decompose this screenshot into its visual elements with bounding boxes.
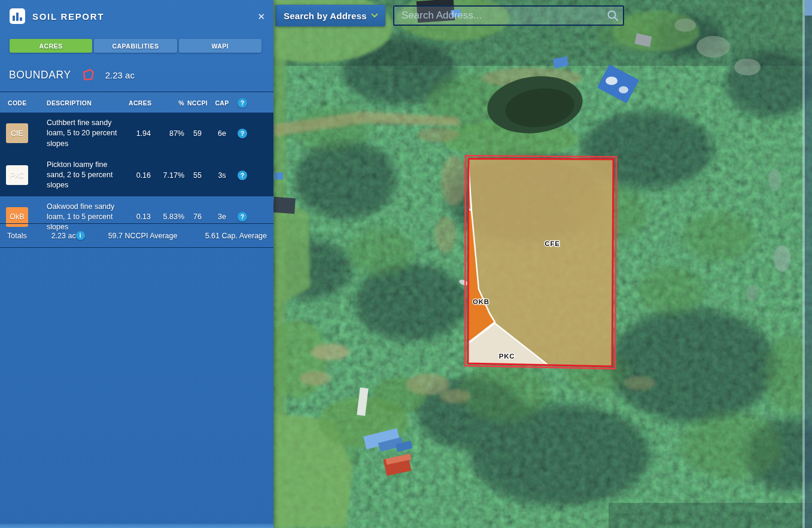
soil-report-panel: SOIL REPORT ✕ ACRES CAPABILITIES WAPI BO… — [0, 0, 273, 528]
soil-nccpi: 55 — [184, 171, 211, 180]
map-label-okb: OKB — [473, 298, 489, 305]
soil-description: Pickton loamy fine sand, 2 to 5 percent … — [42, 154, 129, 196]
boundary-area: 2.23 ac — [105, 70, 135, 80]
table-row: PkC Pickton loamy fine sand, 2 to 5 perc… — [0, 154, 273, 196]
totals-label: Totals — [7, 232, 27, 240]
soil-code-badge: PkC — [6, 165, 28, 185]
soil-description: Cuthbert fine sandy loam, 5 to 20 percen… — [42, 113, 129, 154]
soil-acres: 0.16 — [129, 171, 151, 180]
boundary-label: BOUNDARY — [9, 69, 71, 81]
map-label-cfe: CFE — [545, 240, 559, 247]
tab-wapi[interactable]: WAPI — [179, 39, 261, 53]
soil-cap: 3e — [211, 213, 233, 221]
row-help-icon[interactable]: ? — [238, 212, 247, 221]
totals-nccpi-average: 59.7 NCCPI Average — [108, 232, 178, 240]
soil-cap: 6e — [211, 129, 233, 138]
header-code: CODE — [0, 99, 42, 107]
totals-info-icon[interactable]: i — [76, 231, 85, 240]
soil-nccpi: 76 — [184, 213, 211, 221]
header-percent: % — [151, 99, 184, 107]
soil-table-header: CODE DESCRIPTION ACRES % NCCPI CAP ? — [0, 92, 273, 114]
search-icon[interactable] — [607, 10, 619, 22]
header-nccpi: NCCPI — [184, 99, 211, 107]
report-tabs: ACRES CAPABILITIES WAPI — [10, 39, 261, 53]
tab-acres[interactable]: ACRES — [10, 39, 92, 53]
soil-percent: 7.17% — [151, 171, 184, 180]
search-by-label: Search by Address — [284, 11, 367, 21]
search-address-box — [393, 5, 624, 26]
satellite-map[interactable]: CFE OKB PKC Search by Address — [273, 0, 812, 528]
chevron-down-icon — [371, 13, 378, 18]
parcel-boundary-polygon[interactable] — [462, 153, 621, 371]
row-help-icon[interactable]: ? — [238, 171, 247, 180]
cap-help-icon[interactable]: ? — [238, 98, 247, 108]
table-row: CfE Cuthbert fine sandy loam, 5 to 20 pe… — [0, 113, 273, 154]
search-by-dropdown[interactable]: Search by Address — [275, 5, 385, 26]
soil-cap: 3s — [211, 171, 233, 180]
soil-acres: 1.94 — [129, 129, 151, 138]
soil-percent: 87% — [151, 129, 184, 138]
panel-title: SOIL REPORT — [32, 11, 104, 22]
tab-capabilities[interactable]: CAPABILITIES — [94, 39, 177, 53]
totals-cap-average: 5.61 Cap. Average — [205, 232, 267, 240]
row-help-icon[interactable]: ? — [238, 129, 247, 138]
header-acres: ACRES — [129, 99, 151, 107]
bar-chart-icon — [10, 8, 25, 24]
soil-code-badge: CfE — [6, 123, 28, 143]
soil-percent: 5.83% — [151, 213, 184, 221]
soil-report-app: CFE OKB PKC Search by Address SOIL REPOR… — [0, 0, 812, 528]
map-label-pkc: PKC — [499, 353, 515, 360]
soil-acres: 0.13 — [129, 213, 151, 221]
totals-acres: 2.23 ac — [51, 232, 76, 240]
soil-nccpi: 59 — [184, 129, 211, 138]
search-address-input[interactable] — [393, 5, 624, 26]
totals-row: Totals 2.23 ac i 59.7 NCCPI Average 5.61… — [0, 223, 273, 248]
boundary-polygon-icon — [81, 68, 95, 82]
soil-table-body: CfE Cuthbert fine sandy loam, 5 to 20 pe… — [0, 113, 273, 238]
header-description: DESCRIPTION — [42, 99, 129, 107]
satellite-imagery: CFE OKB PKC — [273, 0, 812, 528]
header-cap: CAP — [211, 99, 233, 107]
close-icon[interactable]: ✕ — [257, 12, 265, 21]
panel-bottom-edge — [0, 524, 273, 528]
